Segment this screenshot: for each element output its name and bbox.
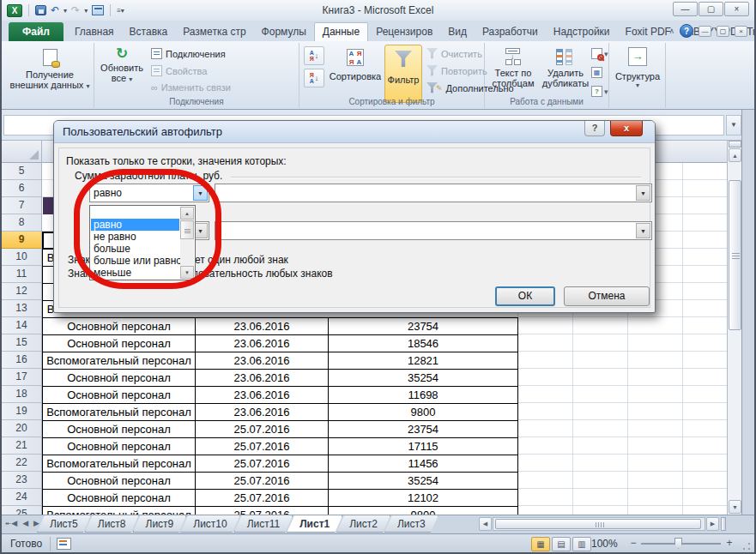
cancel-button[interactable]: Отмена (564, 286, 650, 306)
row-header-11[interactable]: 11 (2, 266, 41, 283)
redo-dropdown-icon[interactable]: ▾ (84, 7, 88, 15)
table-cell[interactable]: Основной персонал (43, 387, 196, 404)
row-header-13[interactable]: 13 (2, 300, 41, 317)
table-cell[interactable]: Основной персонал (43, 490, 196, 507)
refresh-all-button[interactable]: ↻ Обновить все ▾ (98, 45, 146, 86)
table-cell[interactable]: Вспомогательный персонал (43, 352, 196, 370)
normal-view-icon[interactable]: ▦ (531, 537, 550, 551)
row-header-17[interactable]: 17 (2, 369, 41, 386)
sheet-tab-Лист5[interactable]: Лист5 (37, 515, 91, 533)
excel-logo-icon[interactable]: X (7, 4, 22, 17)
table-cell[interactable]: Основной персонал (43, 318, 196, 335)
tab-Надстройки[interactable]: Надстройки (546, 23, 618, 41)
row-header-25[interactable]: 25 (2, 506, 41, 515)
list-scroll-up-icon[interactable]: ▲ (180, 207, 194, 220)
table-cell[interactable]: 12821 (329, 352, 518, 370)
zoom-in-icon[interactable]: + (723, 537, 736, 551)
value-combo-2[interactable]: ▼ (215, 221, 652, 240)
undo-dropdown-icon[interactable]: ▾ (64, 7, 67, 15)
table-cell[interactable]: 23.06.2016 (196, 404, 329, 421)
table-cell[interactable]: Вспомогательный персонал (43, 404, 196, 421)
edit-links-button[interactable]: ∞ Изменить связи (151, 82, 231, 93)
row-header-19[interactable]: 19 (2, 403, 41, 420)
filter-button[interactable]: Фильтр (384, 45, 422, 103)
scroll-up-icon[interactable]: ▲ (729, 148, 741, 162)
clear-filter-button[interactable]: Очистить (426, 48, 482, 59)
tab-Разработчи[interactable]: Разработчи (475, 23, 546, 41)
row-header-21[interactable]: 21 (2, 437, 41, 455)
row-header-14[interactable]: 14 (2, 317, 41, 334)
qat-custom-icon[interactable] (92, 5, 104, 15)
sheet-tab-Лист11[interactable]: Лист11 (234, 515, 293, 533)
row-header-8[interactable]: 8 (2, 214, 41, 232)
table-cell[interactable]: 23.06.2016 (196, 370, 329, 387)
resize-grip[interactable] (741, 541, 752, 551)
table-cell[interactable]: 35254 (329, 370, 518, 387)
reapply-button[interactable]: Повторить (426, 65, 487, 76)
dropdown-option[interactable]: больше (91, 243, 179, 255)
table-cell[interactable]: 11456 (329, 455, 518, 473)
tab-Главная[interactable]: Главная (67, 23, 122, 41)
tab-split-handle[interactable] (721, 517, 726, 531)
save-icon[interactable] (35, 5, 46, 15)
text-to-columns-button[interactable]: ↓ Текст по столбцам (488, 45, 538, 89)
sheet-tab-Лист8[interactable]: Лист8 (85, 515, 139, 533)
macro-record-icon[interactable] (57, 538, 71, 550)
zoom-slider-thumb[interactable] (674, 538, 682, 549)
table-cell[interactable]: 12102 (329, 490, 518, 507)
prev-sheet-icon[interactable]: ◀ (22, 519, 28, 528)
row-header-18[interactable]: 18 (2, 386, 41, 403)
scroll-left-icon[interactable]: ◀ (479, 517, 492, 531)
ok-button[interactable]: ОК (495, 286, 555, 306)
table-cell[interactable]: 25.07.2016 (196, 421, 329, 438)
table-cell[interactable]: Основной персонал (43, 421, 196, 438)
dialog-title-bar[interactable]: Пользовательский автофильтр (54, 121, 655, 143)
scroll-right-icon[interactable]: ▶ (706, 517, 719, 531)
row-header-24[interactable]: 24 (2, 489, 41, 506)
row-header-22[interactable]: 22 (2, 455, 41, 472)
tab-Вид[interactable]: Вид (440, 23, 475, 41)
sheet-tab-Лист10[interactable]: Лист10 (180, 515, 239, 533)
remove-duplicates-button[interactable]: Удалить дубликаты (540, 45, 591, 89)
collapse-ribbon-icon[interactable]: ∧ (668, 27, 674, 35)
page-break-view-icon[interactable]: ▥ (572, 537, 591, 551)
table-cell[interactable]: Основной персонал (43, 438, 196, 455)
table-cell[interactable]: Основной персонал (43, 473, 196, 490)
dropdown-button-icon[interactable]: ▼ (636, 223, 650, 238)
dropdown-option[interactable]: больше или равно (91, 255, 179, 267)
zoom-level[interactable]: 100% (591, 538, 626, 550)
select-all-corner[interactable] (2, 141, 42, 163)
table-cell[interactable]: 23.06.2016 (196, 318, 329, 335)
table-cell[interactable]: 25.07.2016 (196, 455, 329, 473)
table-cell[interactable]: Основной персонал (43, 370, 196, 387)
row-header-7[interactable]: 7 (2, 197, 41, 214)
tab-Вставка[interactable]: Вставка (122, 23, 176, 41)
table-cell[interactable]: 25.07.2016 (196, 490, 329, 507)
horizontal-scrollbar[interactable]: ◀ ▶ (479, 517, 731, 532)
sheet-tab-Лист3[interactable]: Лист3 (384, 515, 438, 533)
table-cell[interactable]: Вспомогательный персонал (43, 455, 196, 473)
sort-button[interactable]: АЯЯА Сортировка (328, 45, 383, 82)
page-layout-view-icon[interactable]: ▤ (552, 537, 571, 551)
row-header-15[interactable]: 15 (2, 334, 41, 352)
operator-combo-1[interactable]: равно ▼ (89, 184, 209, 202)
row-header-9[interactable]: 9 (2, 232, 41, 249)
row-header-5[interactable]: 5 (2, 163, 41, 180)
tab-file[interactable]: Файл (9, 22, 64, 41)
dropdown-button-icon[interactable]: ▼ (636, 185, 650, 201)
table-cell[interactable]: 18546 (329, 335, 518, 352)
list-scrollbar[interactable]: ▲ ▼ (180, 207, 194, 279)
dropdown-option[interactable] (91, 207, 179, 219)
workbook-restore-icon[interactable]: ▢ (717, 26, 729, 37)
table-cell[interactable]: 23754 (329, 318, 518, 335)
tab-Данные[interactable]: Данные (314, 22, 368, 41)
next-sheet-icon[interactable]: ▶ (33, 519, 39, 528)
workbook-close-icon[interactable]: × (735, 26, 747, 37)
table-cell[interactable]: 11698 (329, 387, 518, 404)
dropdown-button-icon[interactable]: ▼ (193, 185, 208, 201)
qat-menu-icon[interactable]: ≡▾ (117, 7, 124, 15)
table-cell[interactable]: 9800 (329, 404, 518, 421)
dialog-help-button[interactable]: ? (584, 121, 605, 136)
properties-button[interactable]: Свойства (151, 65, 207, 76)
get-external-data-button[interactable]: Получение внешних данных ▾ (10, 45, 89, 93)
